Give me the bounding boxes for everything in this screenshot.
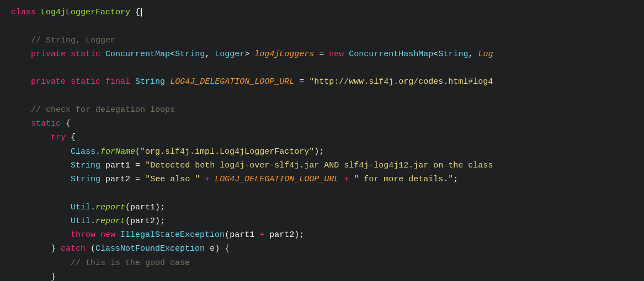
code-line-9: static { <box>0 117 644 131</box>
code-line-3: // String, Logger <box>0 34 644 47</box>
code-line-10: try { <box>0 131 644 144</box>
code-line-7 <box>0 89 644 103</box>
code-line-13: String part2 = "See also " + LOG4J_DELEG… <box>0 172 644 186</box>
code-line-5 <box>0 61 644 75</box>
code-line-11: Class.forName("org.slf4j.impl.Log4jLogge… <box>0 145 644 159</box>
code-editor: class Log4jLoggerFactory { // String, Lo… <box>0 0 644 281</box>
code-line-20: } <box>0 270 644 281</box>
code-line-15: Util.report(part1); <box>0 201 644 214</box>
code-line-4: private static ConcurrentMap<String, Log… <box>0 47 644 61</box>
code-line-8: // check for delegation loops <box>0 103 644 117</box>
code-line-14 <box>0 186 644 200</box>
code-line-19: // this is the good case <box>0 256 644 270</box>
code-line-2 <box>0 19 644 33</box>
code-line-1: class Log4jLoggerFactory { <box>0 6 644 19</box>
code-line-18: } catch (ClassNotFoundException e) { <box>0 242 644 256</box>
code-line-17: throw new IllegalStateException(part1 + … <box>0 228 644 242</box>
code-line-6: private static final String LOG4J_DELEGA… <box>0 75 644 89</box>
code-line-16: Util.report(part2); <box>0 214 644 228</box>
code-line-12: String part1 = "Detected both log4j-over… <box>0 159 644 172</box>
